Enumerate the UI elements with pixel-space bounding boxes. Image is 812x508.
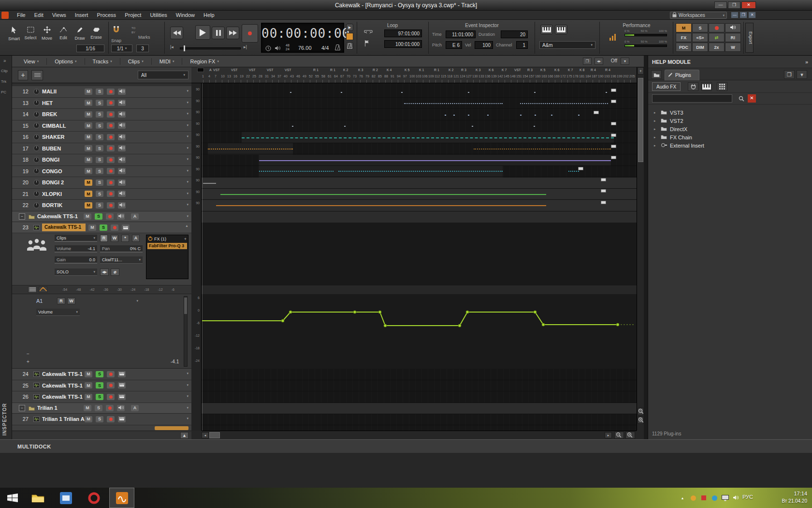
archive-button[interactable]: A <box>131 213 139 220</box>
ruler-marker-label[interactable]: A <box>209 68 212 72</box>
ruler-marker-label[interactable]: R 2 <box>373 68 378 72</box>
clip-segment[interactable] <box>203 183 216 184</box>
loop-marker-icon[interactable] <box>364 40 369 47</box>
clip-segment[interactable] <box>208 149 293 149</box>
track-automation-button[interactable]: A <box>132 235 140 242</box>
ruler-marker-label[interactable]: VST <box>285 68 291 72</box>
chevron-down-icon[interactable]: ▾ <box>187 101 188 105</box>
tree-expand-icon[interactable]: ▸ <box>654 127 658 131</box>
solo-button[interactable]: S <box>96 145 103 151</box>
lane-zoom-out[interactable]: − <box>27 351 29 357</box>
input-echo-button[interactable] <box>118 100 126 106</box>
track-row[interactable]: 19CONGOMS▾ <box>12 166 191 178</box>
envelope-node[interactable] <box>384 324 387 327</box>
ruler-marker-label[interactable]: K 3 <box>476 68 481 72</box>
snap-resolution-box[interactable]: 1/16 <box>76 45 104 52</box>
clip-properties-icon[interactable] <box>601 178 606 181</box>
pdc-override-button[interactable]: PDC <box>676 43 692 52</box>
ruler-marker-label[interactable]: K 7 <box>502 68 507 72</box>
ruler-marker-label[interactable]: VST <box>514 68 521 72</box>
record-arm-button[interactable] <box>107 382 115 388</box>
solo-button[interactable]: S <box>96 371 103 377</box>
go-to-start-button[interactable]: |◂ <box>170 45 174 49</box>
meter-lower[interactable]: 24 <box>286 47 290 51</box>
ruler-marker-label[interactable]: R 1 <box>313 68 319 72</box>
sync-button[interactable]: ⇄ <box>709 33 725 42</box>
tab-plugins[interactable]: Plugins <box>665 70 699 80</box>
add-marker-button[interactable]: + <box>638 67 644 75</box>
lane-zoom-in[interactable]: + <box>27 359 29 364</box>
envelope-node[interactable] <box>378 311 381 314</box>
loop-start-value[interactable]: 97:01:000 <box>384 30 422 37</box>
interleave-button[interactable]: ◂▸ <box>100 269 109 276</box>
ruler-marker-label[interactable]: K 6 <box>554 68 560 72</box>
power-icon[interactable] <box>148 236 153 242</box>
input-echo-button[interactable] <box>118 157 126 163</box>
solo-button[interactable]: S <box>96 394 103 400</box>
menu-item-window[interactable]: Window <box>172 12 199 18</box>
solo-button[interactable]: S <box>96 416 103 422</box>
tab-view[interactable]: View▾ <box>19 59 44 64</box>
mute-button[interactable]: M <box>85 382 92 388</box>
clip-segment[interactable] <box>474 149 611 149</box>
track-name-chip[interactable]: Cakewalk TTS-1 <box>42 224 86 231</box>
solo-button[interactable]: S <box>96 89 103 95</box>
menu-item-process[interactable]: Process <box>92 12 120 18</box>
search-icon[interactable] <box>737 94 746 103</box>
clip-segment[interactable] <box>520 103 608 104</box>
collapse-track-icon[interactable]: ▲ <box>185 224 188 227</box>
record-arm-button[interactable] <box>107 416 115 422</box>
taskbar-clock[interactable]: 17:14 Вт 21.04.20 <box>782 490 807 505</box>
audio-icon[interactable] <box>275 45 280 51</box>
workspaces-dropdown[interactable]: Workspaces ▾ <box>670 12 727 19</box>
track-filter-dropdown[interactable]: All▾ <box>138 71 188 79</box>
ei-vel-value[interactable]: 100 <box>475 41 493 49</box>
envelope-node[interactable] <box>534 311 536 314</box>
snap-count-box[interactable]: 3 <box>136 45 149 52</box>
track-row[interactable]: 22BORTIKMS▾ <box>12 200 191 211</box>
maximize-view-icon[interactable]: ❐ <box>583 58 592 65</box>
ruler-marker-label[interactable]: K 6 <box>489 68 494 72</box>
ruler-marker-label[interactable]: K 8 <box>580 68 585 72</box>
fast-forward-button[interactable] <box>226 27 239 39</box>
tab-tracks[interactable]: Tracks▾ <box>88 59 117 64</box>
auto-record-indicator[interactable] <box>346 33 353 40</box>
input-echo-button[interactable] <box>118 145 126 151</box>
volume-control[interactable]: Volume-4.1 <box>55 245 97 253</box>
tree-expand-icon[interactable]: ▸ <box>654 111 658 115</box>
clip-properties-icon[interactable] <box>611 156 616 159</box>
track-row[interactable]: 18BONGIMS▾ <box>12 154 191 166</box>
mute-button[interactable]: M <box>84 405 91 411</box>
zoom-out-icon[interactable] <box>614 432 624 439</box>
maximize-button[interactable]: ❐ <box>728 1 740 9</box>
solo-mode-dropdown[interactable]: SOLO▾ <box>55 269 97 276</box>
synth-freeze-button[interactable] <box>122 224 130 231</box>
zoom-in-icon[interactable] <box>625 432 635 439</box>
ruler-marker-label[interactable]: VST <box>231 68 238 72</box>
ruler-marker-label[interactable]: K 5 <box>405 68 410 72</box>
envelope-node[interactable] <box>616 323 619 326</box>
chevron-down-icon[interactable]: ▾ <box>187 406 188 410</box>
menu-item-file[interactable]: File <box>13 12 30 18</box>
envelope-node[interactable] <box>289 311 292 314</box>
zoom-in-vertical-icon[interactable] <box>638 417 644 424</box>
track-write-button[interactable]: W <box>111 235 118 242</box>
midi-input-button[interactable] <box>555 25 567 34</box>
ruler-marker-label[interactable]: VST <box>213 68 220 72</box>
clip-properties-icon[interactable] <box>611 134 616 137</box>
folder-track-row[interactable]: − Cakewalk TTS-1 M S A ▾ <box>12 211 191 223</box>
track-snapshot-button[interactable]: * <box>121 235 129 242</box>
clip-properties-icon[interactable] <box>611 145 616 148</box>
audio-engine-button[interactable] <box>725 23 741 32</box>
mute-button[interactable]: M <box>85 145 92 151</box>
clip-segment[interactable] <box>242 137 614 138</box>
play-button[interactable] <box>195 25 210 40</box>
chevron-down-icon[interactable]: ▾ <box>187 417 188 420</box>
rail-tab-pc[interactable]: PC <box>1 90 6 94</box>
chevron-down-icon[interactable]: ▾ <box>187 134 188 138</box>
chevron-down-icon[interactable]: ▾ <box>187 203 188 207</box>
record-button[interactable] <box>242 24 258 43</box>
menu-item-utilities[interactable]: Utilities <box>145 12 171 18</box>
menu-item-edit[interactable]: Edit <box>30 12 48 18</box>
record-arm-button[interactable] <box>107 191 115 197</box>
